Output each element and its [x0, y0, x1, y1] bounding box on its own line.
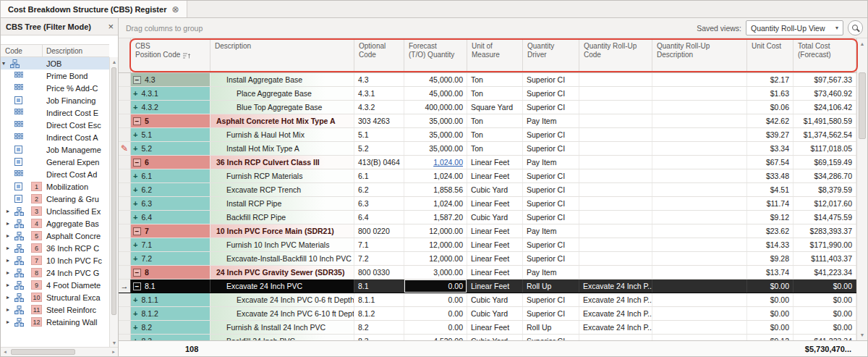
tree-column-description[interactable]: Description	[43, 47, 109, 55]
cell-quantity-driver[interactable]: Pay Item	[523, 224, 579, 238]
collapse-icon[interactable]: −	[133, 282, 141, 290]
cell-unit-of-measure[interactable]: Linear Feet	[467, 321, 523, 334]
cell-description[interactable]: Furnish 10 Inch PVC Materials	[210, 238, 354, 251]
cell-cbs-position-code[interactable]: +8.1.1	[131, 293, 210, 306]
column-header-optional-code[interactable]: OptionalCode	[354, 38, 404, 72]
cell-unit-of-measure[interactable]: Cubic Yard	[467, 293, 523, 306]
tree-item-unclassified-ex[interactable]: ▸3Unclassified Ex	[1, 205, 109, 217]
tree-expander-icon[interactable]: ▸	[7, 220, 14, 227]
cell-total-cost[interactable]: $171,990.00	[793, 238, 856, 251]
scrollbar-thumb[interactable]	[111, 67, 116, 315]
cell-unit-cost[interactable]: $14.33	[747, 238, 793, 251]
cell-forecast-quantity[interactable]: 0.00	[404, 321, 467, 334]
cell-total-cost[interactable]: $97,567.33	[793, 73, 856, 86]
cell-quantity-rollup-description[interactable]	[652, 266, 747, 279]
cell-quantity-driver[interactable]: Superior CI	[523, 169, 579, 182]
tree-item-4-foot-diamete[interactable]: ▸94 Foot Diamete	[1, 279, 109, 291]
cell-cbs-position-code[interactable]: −4.3	[131, 73, 210, 86]
cell-description[interactable]: Excavate-Install-Backfill 10 Inch PVC	[210, 252, 354, 265]
cell-quantity-rollup-description[interactable]	[652, 142, 747, 155]
cell-unit-of-measure[interactable]: Cubic Yard	[467, 183, 523, 196]
cell-quantity-rollup-description[interactable]	[652, 197, 747, 210]
cell-total-cost[interactable]: $24,106.42	[793, 101, 856, 114]
cell-total-cost[interactable]: $1,491,580.59	[793, 114, 856, 127]
cell-quantity-rollup-description[interactable]	[652, 128, 747, 141]
cell-forecast-quantity[interactable]: 0.00	[404, 307, 467, 320]
cell-optional-code[interactable]: 6.1	[354, 169, 404, 182]
scrollbar-thumb[interactable]	[11, 349, 75, 355]
cell-cbs-position-code[interactable]: −6	[131, 156, 210, 169]
cell-unit-of-measure[interactable]: Linear Feet	[467, 280, 523, 293]
cell-description[interactable]: Backfill RCP Pipe	[210, 211, 354, 224]
cell-optional-code[interactable]: 7.2	[354, 252, 404, 265]
cell-optional-code[interactable]: 6.4	[354, 211, 404, 224]
expand-icon[interactable]: +	[133, 240, 137, 249]
expand-icon[interactable]: +	[133, 309, 137, 318]
cell-unit-of-measure[interactable]: Linear Feet	[467, 156, 523, 169]
cell-optional-code[interactable]: 8.3	[354, 335, 404, 340]
cell-quantity-driver[interactable]: Superior CI	[523, 293, 579, 306]
cell-cbs-position-code[interactable]: +8.1.2	[131, 307, 210, 320]
cell-quantity-rollup-description[interactable]	[652, 307, 747, 320]
tree-item-price-add-c[interactable]: Price % Add-C	[1, 82, 109, 94]
cell-quantity-rollup-code[interactable]	[579, 142, 652, 155]
grid-row-6-2[interactable]: +6.2Excavate RCP Trench6.21,858.56Cubic …	[119, 183, 856, 197]
tree-item-job[interactable]: ▾JOB	[1, 57, 109, 70]
scroll-down-icon[interactable]: ▼	[857, 330, 867, 340]
cell-quantity-driver[interactable]: Superior CI	[523, 87, 579, 100]
tree-panel-close-icon[interactable]: ×	[108, 22, 114, 31]
tab-cbs-register[interactable]: Cost Breakdown Structure (CBS) Register …	[1, 1, 187, 17]
expand-icon[interactable]: +	[133, 323, 137, 332]
cell-unit-cost[interactable]: $0.00	[747, 280, 793, 293]
column-header-total-cost-forecast[interactable]: Total Cost(Forecast)	[793, 38, 856, 72]
cell-quantity-driver[interactable]: Superior CI	[523, 238, 579, 251]
column-header-quantity-rollup-description[interactable]: Quantity Roll-UpDescription	[652, 38, 747, 72]
collapse-icon[interactable]: −	[133, 227, 141, 235]
cell-cbs-position-code[interactable]: +6.4	[131, 211, 210, 224]
cell-quantity-rollup-code[interactable]	[579, 101, 652, 114]
cell-quantity-rollup-description[interactable]	[652, 252, 747, 265]
grid-row-5-2[interactable]: ✎+5.2Install Hot Mix Type A5.235,000.00T…	[119, 142, 856, 156]
cell-quantity-rollup-description[interactable]	[652, 156, 747, 169]
grid-row-5[interactable]: −5Asphalt Concrete Hot Mix Type A303 426…	[119, 114, 856, 128]
cell-total-cost[interactable]: $73,460.92	[793, 87, 856, 100]
grid-row-6-3[interactable]: +6.3Install RCP Pipe6.31,024.00Linear Fe…	[119, 197, 856, 211]
expand-icon[interactable]: +	[133, 130, 137, 139]
expand-icon[interactable]: +	[133, 213, 137, 222]
cell-forecast-quantity[interactable]: 4,520.00	[404, 335, 467, 340]
cell-quantity-rollup-code[interactable]	[579, 114, 652, 127]
scroll-down-icon[interactable]: ▼	[110, 338, 119, 347]
grid-row-4-3-2[interactable]: +4.3.2Blue Top Aggregate Base4.3.2400,00…	[119, 101, 856, 114]
quantity-link[interactable]: 1,024.00	[433, 158, 463, 167]
cell-cbs-position-code[interactable]: −8	[131, 266, 210, 279]
expand-icon[interactable]: +	[133, 199, 137, 208]
column-header-quantity-rollup-code[interactable]: Quantity Roll-UpCode	[579, 38, 652, 72]
cell-cbs-position-code[interactable]: +5.2	[131, 142, 210, 155]
cell-quantity-rollup-code[interactable]	[579, 224, 652, 238]
cell-total-cost[interactable]: $0.00	[793, 280, 856, 293]
cell-total-cost[interactable]: $41,223.34	[793, 335, 856, 340]
cell-quantity-driver[interactable]: Superior CI	[523, 183, 579, 196]
grid-row-4-3-1[interactable]: +4.3.1Place Aggregate Base4.3.145,000.00…	[119, 87, 856, 101]
cell-optional-code[interactable]: 5.1	[354, 128, 404, 141]
cell-cbs-position-code[interactable]: +7.1	[131, 238, 210, 251]
cell-optional-code[interactable]: 8.1.1	[354, 293, 404, 306]
tree-item-prime-bond[interactable]: Prime Bond	[1, 70, 109, 82]
scroll-left-icon[interactable]: ◂	[1, 348, 9, 356]
cell-total-cost[interactable]: $117,018.05	[793, 142, 856, 155]
grid-row-8-1-1[interactable]: +8.1.1Excavate 24 Inch PVC 0-6 ft Depth8…	[119, 293, 856, 307]
cell-quantity-driver[interactable]: Superior CI	[523, 335, 579, 340]
tree-item-structural-exca[interactable]: ▸10Structural Exca	[1, 291, 109, 303]
cell-unit-cost[interactable]: $33.48	[747, 169, 793, 182]
cell-description[interactable]: Asphalt Concrete Hot Mix Type A	[210, 114, 354, 127]
saved-views-dropdown[interactable]: Quantity Roll-Up View ▾	[746, 20, 843, 35]
cell-total-cost[interactable]: $8,379.59	[793, 183, 856, 196]
cell-quantity-rollup-code[interactable]	[579, 211, 652, 224]
cell-quantity-rollup-description[interactable]	[652, 293, 747, 306]
cell-unit-cost[interactable]: $2.17	[747, 73, 793, 86]
grid-row-5-1[interactable]: +5.1Furnish & Haul Hot Mix5.135,000.00To…	[119, 128, 856, 142]
cell-quantity-rollup-description[interactable]	[652, 87, 747, 100]
cell-unit-cost[interactable]: $42.62	[747, 114, 793, 127]
cell-unit-cost[interactable]: $1.63	[747, 87, 793, 100]
expand-icon[interactable]: +	[133, 144, 137, 153]
